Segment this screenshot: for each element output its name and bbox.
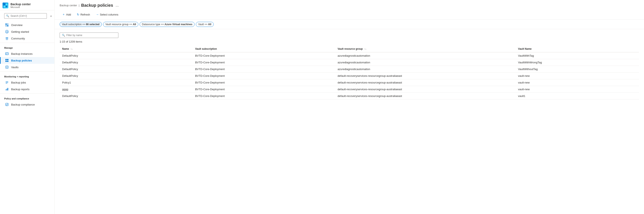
svg-rect-16 (6, 59, 7, 60)
cell-name: DefaultPolicy (60, 66, 192, 72)
app-name: Backup center (10, 2, 31, 6)
backup-instances-icon (5, 52, 9, 56)
table-row[interactable]: DefaultPolicy BVTD-Core-Deployment defau… (60, 72, 639, 79)
manage-divider (0, 42, 54, 43)
cell-vault-resource-group: default-recoveryservices-resourcegroup-a… (335, 93, 516, 100)
svg-rect-15 (6, 54, 7, 54)
sidebar-header: Backup center Microsoft (0, 0, 54, 10)
page-header: Backup center | Backup policies ... ＋ Ad… (54, 0, 644, 20)
collapse-button[interactable]: « (49, 14, 53, 18)
col-header-vault-resource-group[interactable]: Vault resource group ↑↓ (335, 46, 516, 52)
cell-name: DefaultPolicy (60, 93, 192, 100)
col-header-vault-name[interactable]: Vault Name (516, 46, 639, 52)
items-count: 1-15 of 1209 items (60, 40, 639, 43)
cell-name: gggg (60, 86, 192, 93)
add-icon: ＋ (62, 12, 65, 16)
cell-vault-name: VaultWithTag (516, 52, 639, 59)
sidebar-item-label: Backup jobs (11, 81, 26, 84)
sidebar-item-getting-started[interactable]: ★ Getting started (0, 28, 54, 35)
col-header-vault-subscription[interactable]: Vault subscription (192, 46, 335, 52)
svg-rect-13 (6, 53, 8, 55)
svg-rect-1 (6, 4, 7, 5)
content-area: 🔍 1-15 of 1209 items Name ↑↓ Vault subsc… (54, 29, 644, 214)
filter-by-name-input[interactable] (66, 34, 116, 37)
svg-point-21 (6, 67, 8, 68)
svg-rect-28 (6, 103, 8, 106)
filter-input-box[interactable]: 🔍 (60, 32, 118, 38)
table-row[interactable]: DefaultPolicy BVTD-Core-Deployment defau… (60, 93, 639, 100)
more-button[interactable]: ... (116, 3, 119, 8)
page-title: Backup policies (81, 3, 113, 8)
sidebar-item-community[interactable]: Community (0, 35, 54, 42)
svg-rect-2 (4, 6, 5, 7)
policies-table: Name ↑↓ Vault subscription Vault resourc… (60, 46, 639, 100)
filter-chip-vault_resource_group[interactable]: Vault resource group ==All (103, 22, 138, 27)
refresh-label: Refresh (80, 13, 90, 16)
add-label: Add (66, 13, 71, 16)
cell-vault-resource-group: azurediagnosticautomation (335, 66, 516, 72)
cell-vault-resource-group: azurediagnosticautomation (335, 59, 516, 66)
table-row[interactable]: gggg BVTD-Core-Deployment default-recove… (60, 86, 639, 93)
sidebar-item-label: Backup reports (11, 88, 30, 91)
sidebar-item-vaults[interactable]: Vaults (0, 64, 54, 70)
svg-rect-27 (8, 88, 8, 90)
cell-vault-subscription: BVTD-Core-Deployment (192, 66, 335, 72)
monitoring-divider (0, 71, 54, 72)
sidebar-item-label: Backup compliance (11, 103, 35, 106)
col-header-name[interactable]: Name ↑↓ (60, 46, 192, 52)
backup-jobs-icon (5, 81, 9, 84)
sidebar-item-backup-instances[interactable]: Backup instances (0, 50, 54, 57)
svg-rect-19 (7, 61, 8, 62)
sidebar-item-backup-policies[interactable]: Backup policies (0, 57, 54, 64)
refresh-button[interactable]: ↻ Refresh (74, 12, 92, 17)
cell-vault-resource-group: default-recoveryservices-resourcegroup-a… (335, 86, 516, 93)
backup-compliance-icon (5, 103, 9, 106)
toolbar: ＋ Add ↻ Refresh → Select columns (60, 10, 639, 20)
search-icon: 🔍 (6, 14, 9, 18)
select-columns-button[interactable]: → Select columns (94, 12, 121, 17)
select-columns-label: Select columns (100, 13, 118, 16)
cell-vault-name: vault-new (516, 72, 639, 79)
filter-bar: Vault subscription ==66 selectedVault re… (54, 20, 644, 29)
table-row[interactable]: DefaultPolicy BVTD-Core-Deployment azure… (60, 59, 639, 66)
sort-icon-rg: ↑↓ (364, 48, 366, 50)
filter-chip-vault_subscription[interactable]: Vault subscription ==66 selected (60, 22, 102, 27)
svg-rect-26 (7, 88, 7, 90)
filter-chip-datasource_type[interactable]: Datasource type ==Azure Virtual machines (140, 22, 194, 27)
table-row[interactable]: DefaultPolicy BVTD-Core-Deployment azure… (60, 52, 639, 59)
sidebar-item-label: Getting started (11, 30, 29, 33)
cell-vault-name: VaultWithWrongTag (516, 59, 639, 66)
sidebar: Backup center Microsoft 🔍 « Overview ★ G… (0, 0, 54, 214)
sidebar-item-label: Vaults (11, 66, 18, 69)
cell-name: Policy1 (60, 79, 192, 86)
cell-vault-name: VaultWithoutTag (516, 66, 639, 72)
filter-chip-vault[interactable]: Vault ==All (196, 22, 214, 27)
sidebar-item-overview[interactable]: Overview (0, 22, 54, 28)
getting-started-icon: ★ (5, 30, 9, 33)
policy-section-label: Policy and compliance (0, 94, 54, 101)
table-row[interactable]: Policy1 BVTD-Core-Deployment default-rec… (60, 79, 639, 86)
backup-reports-icon (5, 88, 9, 91)
breadcrumb: Backup center (60, 4, 77, 7)
table-row[interactable]: DefaultPolicy BVTD-Core-Deployment azure… (60, 66, 639, 72)
cell-name: DefaultPolicy (60, 52, 192, 59)
manage-section-label: Manage (0, 44, 54, 50)
sidebar-item-label: Backup policies (11, 59, 32, 62)
sidebar-item-backup-compliance[interactable]: Backup compliance (0, 101, 54, 108)
sidebar-item-backup-jobs[interactable]: Backup jobs (0, 79, 54, 86)
search-input[interactable] (10, 14, 45, 18)
cell-name: DefaultPolicy (60, 72, 192, 79)
vaults-icon (5, 66, 9, 69)
svg-rect-17 (7, 59, 8, 60)
backup-policies-icon (5, 59, 9, 62)
sidebar-item-label: Backup instances (11, 52, 32, 56)
svg-rect-3 (6, 6, 7, 7)
community-icon (5, 37, 9, 40)
sidebar-item-backup-reports[interactable]: Backup reports (0, 86, 54, 92)
add-button[interactable]: ＋ Add (60, 12, 74, 18)
cell-vault-subscription: BVTD-Core-Deployment (192, 59, 335, 66)
svg-point-12 (6, 39, 8, 40)
search-box[interactable]: 🔍 (4, 13, 47, 19)
svg-text:★: ★ (6, 31, 8, 33)
cell-vault-name: vault-new (516, 79, 639, 86)
